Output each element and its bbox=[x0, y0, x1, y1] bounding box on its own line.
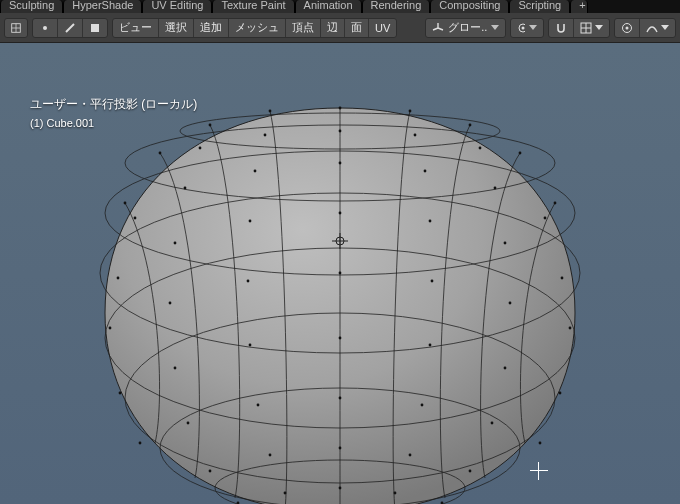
svg-point-74 bbox=[269, 454, 272, 457]
svg-point-15 bbox=[105, 151, 575, 275]
svg-point-71 bbox=[139, 442, 142, 445]
tab-uv-editing[interactable]: UV Editing bbox=[142, 0, 212, 13]
svg-point-56 bbox=[509, 302, 512, 305]
svg-point-50 bbox=[117, 277, 120, 280]
snap-toggle[interactable] bbox=[549, 19, 574, 37]
svg-point-25 bbox=[269, 110, 272, 113]
svg-point-45 bbox=[339, 212, 342, 215]
falloff-curve-icon bbox=[646, 22, 658, 34]
svg-point-34 bbox=[264, 134, 267, 137]
axes-icon bbox=[432, 22, 444, 34]
svg-point-16 bbox=[100, 193, 580, 353]
projection-label: ユーザー・平行投影 (ローカル) bbox=[30, 96, 197, 113]
proportional-segment bbox=[614, 18, 676, 38]
svg-point-68 bbox=[421, 404, 424, 407]
svg-point-27 bbox=[209, 124, 212, 127]
magnet-icon bbox=[555, 22, 567, 34]
svg-point-26 bbox=[409, 110, 412, 113]
svg-point-78 bbox=[339, 487, 342, 490]
menu-face[interactable]: 面 bbox=[345, 19, 369, 37]
svg-point-23 bbox=[336, 237, 344, 245]
tab-scripting[interactable]: Scripting bbox=[509, 0, 570, 13]
svg-point-61 bbox=[429, 344, 432, 347]
svg-point-41 bbox=[184, 187, 187, 190]
workspace-tabs: Sculpting HyperShade UV Editing Texture … bbox=[0, 0, 680, 13]
menu-vertex[interactable]: 頂点 bbox=[286, 19, 321, 37]
proportional-toggle[interactable] bbox=[615, 19, 640, 37]
svg-point-20 bbox=[215, 460, 465, 504]
svg-point-42 bbox=[494, 187, 497, 190]
svg-point-57 bbox=[109, 327, 112, 330]
svg-point-60 bbox=[249, 344, 252, 347]
svg-point-19 bbox=[160, 388, 520, 504]
editor-type-dropdown[interactable] bbox=[4, 18, 28, 38]
svg-point-67 bbox=[257, 404, 260, 407]
tab-compositing[interactable]: Compositing bbox=[430, 0, 509, 13]
edge-icon bbox=[64, 22, 76, 34]
svg-point-43 bbox=[134, 217, 137, 220]
menu-add[interactable]: 追加 bbox=[194, 19, 229, 37]
svg-point-28 bbox=[469, 124, 472, 127]
transform-orientation-dropdown[interactable]: グロー.. bbox=[425, 18, 506, 38]
svg-point-33 bbox=[339, 130, 342, 133]
active-object-label: (1) Cube.001 bbox=[30, 117, 197, 129]
svg-point-17 bbox=[105, 248, 575, 428]
svg-point-37 bbox=[479, 147, 482, 150]
svg-point-55 bbox=[169, 302, 172, 305]
chevron-down-icon bbox=[595, 25, 603, 30]
svg-point-53 bbox=[247, 280, 250, 283]
svg-point-76 bbox=[209, 470, 212, 473]
svg-point-79 bbox=[284, 492, 287, 495]
tab-rendering[interactable]: Rendering bbox=[362, 0, 431, 13]
svg-point-40 bbox=[424, 170, 427, 173]
svg-point-36 bbox=[199, 147, 202, 150]
svg-point-18 bbox=[125, 313, 555, 483]
face-icon bbox=[89, 22, 101, 34]
mode-vertex[interactable] bbox=[33, 19, 58, 37]
snap-mode-dropdown[interactable] bbox=[574, 19, 609, 37]
svg-point-30 bbox=[519, 152, 522, 155]
svg-point-3 bbox=[43, 26, 47, 30]
editor-header: ビュー 選択 追加 メッシュ 頂点 辺 面 UV グロー.. bbox=[0, 13, 680, 43]
tab-add[interactable]: + bbox=[570, 0, 588, 13]
tab-sculpting[interactable]: Sculpting bbox=[0, 0, 63, 13]
svg-point-59 bbox=[339, 337, 342, 340]
menu-uv[interactable]: UV bbox=[369, 19, 396, 37]
tab-animation[interactable]: Animation bbox=[295, 0, 362, 13]
viewport-3d[interactable]: ユーザー・平行投影 (ローカル) (1) Cube.001 bbox=[0, 43, 680, 504]
menu-view[interactable]: ビュー bbox=[113, 19, 159, 37]
svg-point-54 bbox=[431, 280, 434, 283]
chevron-down-icon bbox=[491, 25, 499, 30]
menu-mesh[interactable]: メッシュ bbox=[229, 19, 286, 37]
svg-point-70 bbox=[491, 422, 494, 425]
svg-point-64 bbox=[119, 392, 122, 395]
proportional-falloff-dropdown[interactable] bbox=[640, 19, 675, 37]
mode-edge[interactable] bbox=[58, 19, 83, 37]
svg-point-66 bbox=[339, 397, 342, 400]
menu-select[interactable]: 選択 bbox=[159, 19, 194, 37]
svg-point-77 bbox=[469, 470, 472, 473]
pivot-dropdown[interactable] bbox=[510, 18, 544, 38]
vertex-icon bbox=[39, 22, 51, 34]
svg-point-38 bbox=[339, 162, 342, 165]
menu-edge[interactable]: 辺 bbox=[321, 19, 345, 37]
svg-point-31 bbox=[124, 202, 127, 205]
mode-face[interactable] bbox=[83, 19, 107, 37]
svg-point-62 bbox=[174, 367, 177, 370]
svg-point-63 bbox=[504, 367, 507, 370]
tab-hypershade[interactable]: HyperShade bbox=[63, 0, 142, 13]
svg-point-7 bbox=[522, 26, 525, 29]
svg-point-32 bbox=[554, 202, 557, 205]
svg-point-51 bbox=[561, 277, 564, 280]
svg-point-52 bbox=[339, 272, 342, 275]
svg-point-13 bbox=[180, 113, 500, 149]
svg-point-14 bbox=[125, 125, 555, 201]
svg-point-12 bbox=[626, 26, 629, 29]
svg-rect-5 bbox=[91, 24, 99, 32]
svg-point-35 bbox=[414, 134, 417, 137]
grid-icon bbox=[580, 22, 592, 34]
menus-segment: ビュー 選択 追加 メッシュ 頂点 辺 面 UV bbox=[112, 18, 397, 38]
svg-point-75 bbox=[409, 454, 412, 457]
tab-texture-paint[interactable]: Texture Paint bbox=[212, 0, 294, 13]
svg-point-65 bbox=[559, 392, 562, 395]
